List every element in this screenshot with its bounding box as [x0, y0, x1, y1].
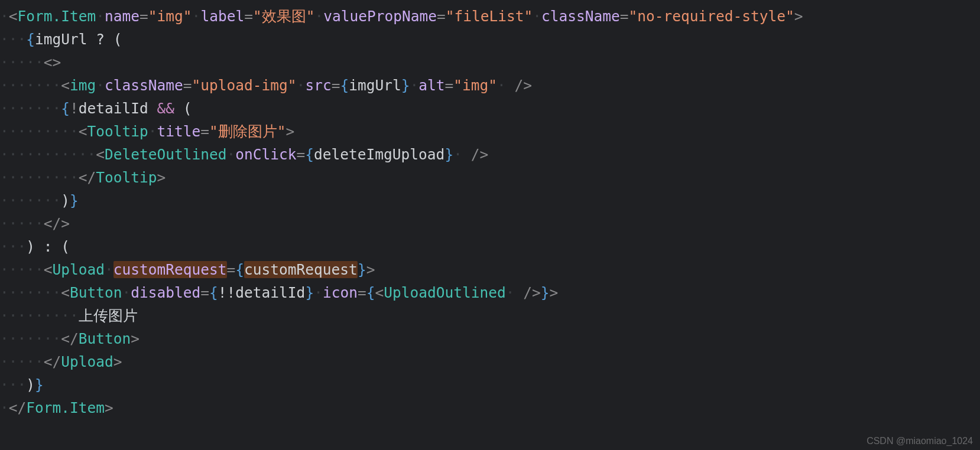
code-line: ·</Form.Item> [0, 399, 113, 416]
code-line: ·········上传图片 [0, 307, 138, 324]
code-line: ···········<DeleteOutlined·onClick={dele… [0, 146, 488, 163]
code-line: ·····</> [0, 215, 70, 232]
code-line: ·<Form.Item·name="img"·label="效果图"·value… [0, 8, 803, 25]
watermark: CSDN @miaomiao_1024 [867, 436, 973, 446]
code-line: ·····</Upload> [0, 353, 122, 370]
code-line: ···)} [0, 376, 44, 393]
code-line: ·······<Button·disabled={!!detailId}·ico… [0, 284, 558, 301]
code-line: ···) : ( [0, 238, 70, 255]
code-line: ·········</Tooltip> [0, 169, 166, 186]
code-line: ·····<Upload·customRequest={customReques… [0, 261, 375, 278]
code-line: ·····<> [0, 54, 61, 71]
code-line: ·······</Button> [0, 330, 139, 347]
code-line: ·······{!detailId && ( [0, 100, 192, 117]
code-line: ·········<Tooltip·title="删除图片"> [0, 123, 294, 140]
code-line: ·······<img·className="upload-img"·src={… [0, 77, 532, 94]
code-editor[interactable]: ·<Form.Item·name="img"·label="效果图"·value… [0, 0, 980, 419]
code-line: ···{imgUrl ? ( [0, 31, 122, 48]
code-line: ·······)} [0, 192, 79, 209]
